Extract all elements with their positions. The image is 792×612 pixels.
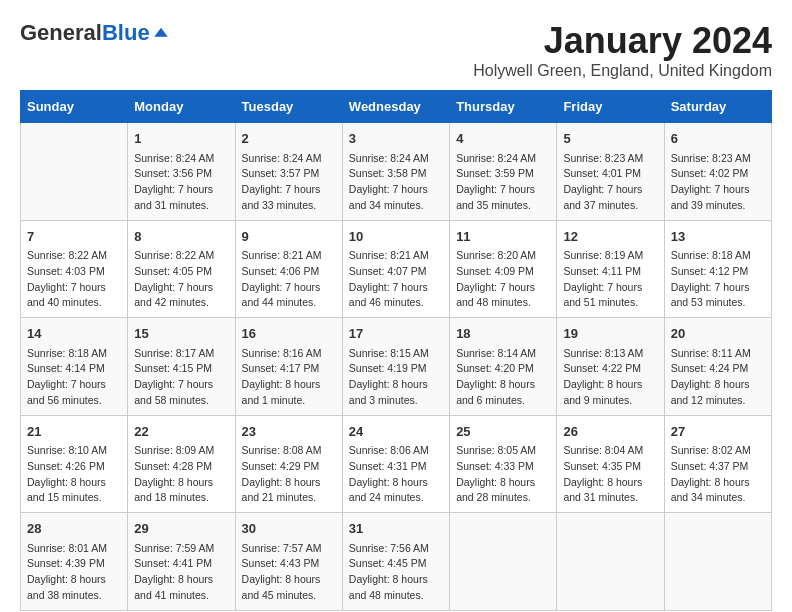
day-number: 10 — [349, 227, 443, 247]
cell-content: Sunrise: 8:21 AM Sunset: 4:06 PM Dayligh… — [242, 248, 336, 311]
calendar-header: SundayMondayTuesdayWednesdayThursdayFrid… — [21, 91, 772, 123]
cell-content: Sunrise: 8:04 AM Sunset: 4:35 PM Dayligh… — [563, 443, 657, 506]
calendar-cell: 6Sunrise: 8:23 AM Sunset: 4:02 PM Daylig… — [664, 123, 771, 221]
calendar-cell: 23Sunrise: 8:08 AM Sunset: 4:29 PM Dayli… — [235, 415, 342, 513]
calendar-cell: 18Sunrise: 8:14 AM Sunset: 4:20 PM Dayli… — [450, 318, 557, 416]
day-number: 12 — [563, 227, 657, 247]
cell-content: Sunrise: 8:23 AM Sunset: 4:01 PM Dayligh… — [563, 151, 657, 214]
calendar-cell: 28Sunrise: 8:01 AM Sunset: 4:39 PM Dayli… — [21, 513, 128, 611]
day-number: 5 — [563, 129, 657, 149]
calendar-cell: 29Sunrise: 7:59 AM Sunset: 4:41 PM Dayli… — [128, 513, 235, 611]
week-row-4: 28Sunrise: 8:01 AM Sunset: 4:39 PM Dayli… — [21, 513, 772, 611]
cell-content: Sunrise: 7:56 AM Sunset: 4:45 PM Dayligh… — [349, 541, 443, 604]
cell-content: Sunrise: 8:22 AM Sunset: 4:05 PM Dayligh… — [134, 248, 228, 311]
calendar-cell: 16Sunrise: 8:16 AM Sunset: 4:17 PM Dayli… — [235, 318, 342, 416]
day-number: 25 — [456, 422, 550, 442]
cell-content: Sunrise: 8:09 AM Sunset: 4:28 PM Dayligh… — [134, 443, 228, 506]
cell-content: Sunrise: 8:14 AM Sunset: 4:20 PM Dayligh… — [456, 346, 550, 409]
day-number: 19 — [563, 324, 657, 344]
header-day-saturday: Saturday — [664, 91, 771, 123]
cell-content: Sunrise: 8:24 AM Sunset: 3:59 PM Dayligh… — [456, 151, 550, 214]
day-number: 14 — [27, 324, 121, 344]
calendar-cell: 3Sunrise: 8:24 AM Sunset: 3:58 PM Daylig… — [342, 123, 449, 221]
calendar-cell — [557, 513, 664, 611]
day-number: 31 — [349, 519, 443, 539]
calendar-cell: 11Sunrise: 8:20 AM Sunset: 4:09 PM Dayli… — [450, 220, 557, 318]
day-number: 27 — [671, 422, 765, 442]
day-number: 11 — [456, 227, 550, 247]
header-day-monday: Monday — [128, 91, 235, 123]
cell-content: Sunrise: 8:20 AM Sunset: 4:09 PM Dayligh… — [456, 248, 550, 311]
day-number: 17 — [349, 324, 443, 344]
day-number: 21 — [27, 422, 121, 442]
calendar-cell: 12Sunrise: 8:19 AM Sunset: 4:11 PM Dayli… — [557, 220, 664, 318]
calendar-cell: 21Sunrise: 8:10 AM Sunset: 4:26 PM Dayli… — [21, 415, 128, 513]
cell-content: Sunrise: 8:21 AM Sunset: 4:07 PM Dayligh… — [349, 248, 443, 311]
header-day-tuesday: Tuesday — [235, 91, 342, 123]
calendar-table: SundayMondayTuesdayWednesdayThursdayFrid… — [20, 90, 772, 611]
day-number: 20 — [671, 324, 765, 344]
header-day-sunday: Sunday — [21, 91, 128, 123]
cell-content: Sunrise: 8:24 AM Sunset: 3:56 PM Dayligh… — [134, 151, 228, 214]
logo-icon — [152, 24, 170, 42]
logo-blue-text: Blue — [102, 20, 150, 46]
day-number: 7 — [27, 227, 121, 247]
week-row-3: 21Sunrise: 8:10 AM Sunset: 4:26 PM Dayli… — [21, 415, 772, 513]
day-number: 6 — [671, 129, 765, 149]
header-day-friday: Friday — [557, 91, 664, 123]
calendar-cell: 15Sunrise: 8:17 AM Sunset: 4:15 PM Dayli… — [128, 318, 235, 416]
day-number: 9 — [242, 227, 336, 247]
day-number: 18 — [456, 324, 550, 344]
calendar-cell: 2Sunrise: 8:24 AM Sunset: 3:57 PM Daylig… — [235, 123, 342, 221]
calendar-cell: 14Sunrise: 8:18 AM Sunset: 4:14 PM Dayli… — [21, 318, 128, 416]
cell-content: Sunrise: 8:06 AM Sunset: 4:31 PM Dayligh… — [349, 443, 443, 506]
calendar-cell: 4Sunrise: 8:24 AM Sunset: 3:59 PM Daylig… — [450, 123, 557, 221]
calendar-cell: 10Sunrise: 8:21 AM Sunset: 4:07 PM Dayli… — [342, 220, 449, 318]
day-number: 1 — [134, 129, 228, 149]
logo-general-text: General — [20, 20, 102, 46]
calendar-cell: 9Sunrise: 8:21 AM Sunset: 4:06 PM Daylig… — [235, 220, 342, 318]
day-number: 4 — [456, 129, 550, 149]
page-header: GeneralBlue January 2024 Holywell Green,… — [20, 20, 772, 80]
calendar-cell — [664, 513, 771, 611]
week-row-1: 7Sunrise: 8:22 AM Sunset: 4:03 PM Daylig… — [21, 220, 772, 318]
cell-content: Sunrise: 8:18 AM Sunset: 4:14 PM Dayligh… — [27, 346, 121, 409]
calendar-cell: 20Sunrise: 8:11 AM Sunset: 4:24 PM Dayli… — [664, 318, 771, 416]
cell-content: Sunrise: 8:10 AM Sunset: 4:26 PM Dayligh… — [27, 443, 121, 506]
cell-content: Sunrise: 8:15 AM Sunset: 4:19 PM Dayligh… — [349, 346, 443, 409]
day-number: 26 — [563, 422, 657, 442]
cell-content: Sunrise: 8:23 AM Sunset: 4:02 PM Dayligh… — [671, 151, 765, 214]
cell-content: Sunrise: 8:01 AM Sunset: 4:39 PM Dayligh… — [27, 541, 121, 604]
calendar-cell: 17Sunrise: 8:15 AM Sunset: 4:19 PM Dayli… — [342, 318, 449, 416]
header-day-wednesday: Wednesday — [342, 91, 449, 123]
cell-content: Sunrise: 7:59 AM Sunset: 4:41 PM Dayligh… — [134, 541, 228, 604]
cell-content: Sunrise: 8:17 AM Sunset: 4:15 PM Dayligh… — [134, 346, 228, 409]
calendar-cell: 27Sunrise: 8:02 AM Sunset: 4:37 PM Dayli… — [664, 415, 771, 513]
cell-content: Sunrise: 8:16 AM Sunset: 4:17 PM Dayligh… — [242, 346, 336, 409]
calendar-cell: 30Sunrise: 7:57 AM Sunset: 4:43 PM Dayli… — [235, 513, 342, 611]
day-number: 8 — [134, 227, 228, 247]
calendar-cell: 19Sunrise: 8:13 AM Sunset: 4:22 PM Dayli… — [557, 318, 664, 416]
cell-content: Sunrise: 8:08 AM Sunset: 4:29 PM Dayligh… — [242, 443, 336, 506]
day-number: 24 — [349, 422, 443, 442]
header-day-thursday: Thursday — [450, 91, 557, 123]
header-row: SundayMondayTuesdayWednesdayThursdayFrid… — [21, 91, 772, 123]
day-number: 30 — [242, 519, 336, 539]
calendar-cell: 31Sunrise: 7:56 AM Sunset: 4:45 PM Dayli… — [342, 513, 449, 611]
day-number: 16 — [242, 324, 336, 344]
calendar-cell — [450, 513, 557, 611]
day-number: 29 — [134, 519, 228, 539]
day-number: 28 — [27, 519, 121, 539]
cell-content: Sunrise: 8:13 AM Sunset: 4:22 PM Dayligh… — [563, 346, 657, 409]
calendar-cell: 25Sunrise: 8:05 AM Sunset: 4:33 PM Dayli… — [450, 415, 557, 513]
calendar-body: 1Sunrise: 8:24 AM Sunset: 3:56 PM Daylig… — [21, 123, 772, 611]
calendar-cell: 5Sunrise: 8:23 AM Sunset: 4:01 PM Daylig… — [557, 123, 664, 221]
title-block: January 2024 Holywell Green, England, Un… — [473, 20, 772, 80]
week-row-2: 14Sunrise: 8:18 AM Sunset: 4:14 PM Dayli… — [21, 318, 772, 416]
cell-content: Sunrise: 7:57 AM Sunset: 4:43 PM Dayligh… — [242, 541, 336, 604]
day-number: 2 — [242, 129, 336, 149]
cell-content: Sunrise: 8:24 AM Sunset: 3:58 PM Dayligh… — [349, 151, 443, 214]
calendar-cell: 26Sunrise: 8:04 AM Sunset: 4:35 PM Dayli… — [557, 415, 664, 513]
cell-content: Sunrise: 8:24 AM Sunset: 3:57 PM Dayligh… — [242, 151, 336, 214]
day-number: 22 — [134, 422, 228, 442]
